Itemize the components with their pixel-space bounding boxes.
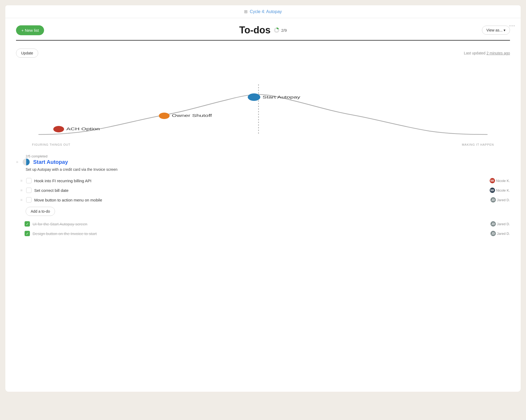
todo-item: ≡ Set correct bill date NK Nicole K. [20,185,510,195]
list-header: ≡ Start Autopay [16,158,510,166]
todo-list: ≡ Hook into FI recurring billing API NK … [16,176,510,205]
list-title-link[interactable]: Start Autopay [33,159,68,165]
todo-checkbox-checked[interactable]: ✓ [25,221,30,227]
todo-item: ≡ Hook into FI recurring billing API NK … [20,176,510,185]
update-section: Update Last updated 2 minutes ago [16,49,510,58]
owner-shutoff-dot [159,113,170,119]
todo-text: UI for the Start Autopay screen [33,222,488,226]
assignee-name: Jared D. [497,222,510,226]
card-header: + New list To-dos 2/9 View as... ▾ [16,25,510,36]
ach-option-dot [53,126,64,132]
todo-text: Move button to action menu on mobile [34,198,488,202]
svg-text:Owner Shutoff: Owner Shutoff [172,113,212,118]
chart-label-right: MAKING IT HAPPEN [462,143,494,146]
todo-drag-handle[interactable]: ≡ [20,198,22,202]
completed-todo-item: ✓ UI for the Start Autopay screen JD Jar… [25,219,510,229]
avatar: JD [490,197,496,203]
assignee-name: Nicole K. [496,179,510,183]
list-description: Set up Autopay with a credit card via th… [26,167,510,172]
todo-checkbox-checked[interactable]: ✓ [25,231,30,236]
new-list-button[interactable]: + New list [16,25,44,35]
assignee-name: Nicole K. [496,188,510,192]
assignee: NK Nicole K. [490,188,510,193]
svg-text:ACH Option: ACH Option [66,127,100,131]
bell-curve-chart: ACH Option Owner Shutoff Start Autopay [16,63,510,138]
todo-checkbox[interactable] [26,188,32,193]
list-section: 2/5 completed ≡ Start Autopay Set up Aut… [16,154,510,238]
page-title: To-dos [239,25,270,36]
top-bar: ⊞ Cycle 4: Autopay [5,5,521,18]
todo-text: Hook into FI recurring billing API [34,179,487,183]
completed-todo-item: ✓ Design button on the Invoice to start … [25,229,510,238]
assignee-name: Jared D. [497,198,510,202]
avatar: JD [490,221,496,227]
completed-todo-list: ✓ UI for the Start Autopay screen JD Jar… [20,219,510,238]
todo-drag-handle[interactable]: ≡ [20,188,22,192]
todo-checkbox[interactable] [26,197,32,203]
todo-text: Set correct bill date [34,188,487,193]
assignee: JD Jared D. [490,197,510,203]
add-todo-button[interactable]: Add a to-do [26,207,55,216]
last-updated-link[interactable]: 2 minutes ago [486,51,510,55]
progress-text: 2/9 [281,28,287,33]
pie-chart-icon [274,27,280,33]
chart-container: ACH Option Owner Shutoff Start Autopay [16,63,510,138]
last-updated: Last updated 2 minutes ago [464,51,510,55]
cycle-link[interactable]: Cycle 4: Autopay [250,9,282,14]
avatar: NK [490,188,495,193]
chart-label-left: FIGURING THINGS OUT [32,143,70,146]
start-autopay-dot [248,93,260,101]
todo-drag-handle[interactable]: ≡ [20,179,22,183]
chart-labels: FIGURING THINGS OUT MAKING IT HAPPEN [16,143,510,146]
svg-point-1 [275,29,278,31]
update-button[interactable]: Update [16,49,38,58]
assignee: NK Nicole K. [490,178,510,183]
grid-icon: ⊞ [244,9,248,14]
more-button[interactable]: ··· [509,22,515,29]
section-divider [16,40,510,41]
assignee-name: Jared D. [497,232,510,236]
chevron-down-icon: ▾ [504,28,505,32]
todo-item: ≡ Move button to action menu on mobile J… [20,195,510,205]
title-area: To-dos 2/9 [239,25,287,36]
svg-text:Start Autopay: Start Autopay [262,95,300,99]
assignee: JD Jared D. [490,231,510,236]
list-status-icon [22,158,30,166]
assignee: JD Jared D. [490,221,510,227]
view-as-button[interactable]: View as... ▾ [482,26,510,35]
progress-badge: 2/9 [274,27,287,33]
todo-text: Design button on the Invoice to start [33,231,488,236]
todo-checkbox[interactable] [26,178,32,183]
main-card: ··· + New list To-dos 2/9 View as... ▾ [5,18,521,392]
avatar: JD [490,231,496,236]
completed-count: 2/5 completed [26,154,510,158]
avatar: NK [490,178,495,183]
drag-handle-icon[interactable]: ≡ [16,160,18,164]
